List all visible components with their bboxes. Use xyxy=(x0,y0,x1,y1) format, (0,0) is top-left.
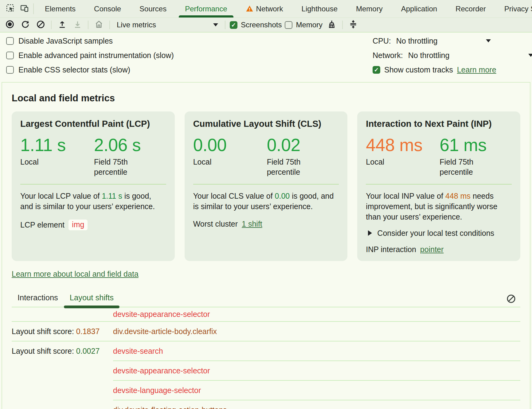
footer-label: LCP element xyxy=(20,220,65,229)
live-metrics-dropdown[interactable]: Live metrics xyxy=(114,21,221,29)
score-value: 0.1837 xyxy=(76,327,100,336)
metric-value: 448 ms xyxy=(366,135,440,155)
live-metrics-label: Live metrics xyxy=(117,21,156,29)
tab-recorder[interactable]: Recorder xyxy=(446,0,495,18)
log-tab-bar: Interactions Layout shifts xyxy=(12,293,520,307)
tab-interactions[interactable]: Interactions xyxy=(12,293,64,307)
inp-interaction-link[interactable]: pointer xyxy=(420,245,444,254)
score-value: 0.0027 xyxy=(76,347,100,355)
advanced-paint-checkbox-row[interactable]: Enable advanced paint instrumentation (s… xyxy=(6,50,174,60)
lcp-element-link[interactable]: img xyxy=(68,220,88,230)
clear-log-button[interactable] xyxy=(506,294,516,304)
layout-shift-row: Layout shift score: 0.1837 div.devsite-a… xyxy=(12,322,520,341)
home-button[interactable] xyxy=(93,19,105,31)
shift-element-link[interactable]: devsite-language-selector xyxy=(113,386,520,395)
shift-element-link[interactable]: devsite-search xyxy=(113,347,520,356)
clear-button[interactable] xyxy=(34,19,47,31)
tab-layout-shifts[interactable]: Layout shifts xyxy=(64,293,119,307)
tab-privacy-sandbox[interactable]: Privacy Sandbox xyxy=(495,0,532,18)
memory-checkbox-row[interactable]: Memory xyxy=(285,21,323,29)
tab-performance[interactable]: Performance xyxy=(176,0,236,18)
network-value: No throttling xyxy=(408,51,450,60)
tab-lighthouse[interactable]: Lighthouse xyxy=(292,0,347,18)
shift-element-link[interactable]: div.devsite-article-body.clearfix xyxy=(113,327,520,336)
toolbar-divider xyxy=(33,3,34,14)
disclosure-label: Consider your local test conditions xyxy=(377,229,494,238)
devtools-window: Elements Console Sources Performance Net… xyxy=(0,0,532,409)
load-profile-button[interactable] xyxy=(56,19,68,31)
upload-icon xyxy=(58,20,67,30)
block-icon xyxy=(506,294,516,304)
checkbox-unchecked-icon xyxy=(6,52,14,59)
local-test-conditions-disclosure[interactable]: Consider your local test conditions xyxy=(368,229,512,238)
toolbar-divider xyxy=(109,21,110,29)
layout-shift-row: devsite-appearance-selector xyxy=(12,361,520,380)
tab-network[interactable]: Network xyxy=(237,0,292,18)
screenshots-checkbox-row[interactable]: ✓ Screenshots xyxy=(230,21,282,29)
show-custom-tracks-checkbox-row[interactable]: ✓ Show custom tracks Learn more xyxy=(373,65,532,75)
checkbox-unchecked-icon xyxy=(285,21,292,29)
tab-label: Elements xyxy=(45,5,76,13)
tab-sources[interactable]: Sources xyxy=(130,0,176,18)
learn-more-link[interactable]: Learn more xyxy=(457,65,496,74)
record-and-reload-button[interactable] xyxy=(19,19,31,31)
cpu-throttling-select[interactable]: CPU: No throttling xyxy=(373,36,532,46)
disable-js-samples-checkbox-row[interactable]: Disable JavaScript samples xyxy=(6,36,113,46)
desc-text: Your local CLS value of xyxy=(193,192,275,200)
learn-more-field-data-link[interactable]: Learn more about local and field data xyxy=(12,270,139,279)
tab-elements[interactable]: Elements xyxy=(36,0,85,18)
score-label: Layout shift score: xyxy=(12,327,76,336)
chevron-down-icon xyxy=(213,23,218,26)
save-profile-button[interactable] xyxy=(71,19,84,31)
checkbox-checked-icon: ✓ xyxy=(230,21,237,29)
toggle-device-toolbar-button[interactable] xyxy=(17,0,31,18)
network-throttling-select[interactable]: Network: No throttling xyxy=(373,50,532,60)
checkbox-label: Enable CSS selector stats (slow) xyxy=(18,65,130,74)
tab-label: Memory xyxy=(356,5,383,13)
card-title: Largest Contentful Paint (LCP) xyxy=(20,119,166,129)
cls-card: Cumulative Layout Shift (CLS) 0.00 Local… xyxy=(185,111,348,261)
collapse-panel-button[interactable] xyxy=(347,19,359,31)
collect-garbage-button[interactable] xyxy=(326,19,338,31)
tab-label: Application xyxy=(401,5,437,13)
shift-element-link[interactable]: devsite-appearance-selector xyxy=(113,366,520,375)
score-label: Layout shift score: xyxy=(12,347,76,355)
shift-element-link[interactable]: div.devsite-floating-action-buttons xyxy=(113,406,520,409)
tab-memory[interactable]: Memory xyxy=(347,0,392,18)
tab-label: Network xyxy=(256,5,283,13)
inspect-cursor-icon xyxy=(6,4,14,14)
record-icon xyxy=(5,20,14,30)
desc-text: Your local INP value of xyxy=(366,192,445,200)
record-button[interactable] xyxy=(4,19,16,31)
checkbox-unchecked-icon xyxy=(6,66,14,74)
cpu-value: No throttling xyxy=(396,37,438,45)
worst-cluster-row: Worst cluster 1 shift xyxy=(193,220,339,228)
lcp-local-metric: 1.11 s Local xyxy=(20,135,94,177)
desc-value: 1.11 s xyxy=(102,192,122,200)
css-selector-stats-checkbox-row[interactable]: Enable CSS selector stats (slow) xyxy=(6,65,130,75)
lcp-field-metric: 2.06 s Field 75th percentile xyxy=(94,135,166,177)
metric-label: Local xyxy=(20,157,69,167)
tab-label: Recorder xyxy=(456,5,486,13)
shift-score: Layout shift score: 0.1837 xyxy=(12,327,113,336)
inspect-element-button[interactable] xyxy=(3,0,17,18)
metric-value: 0.02 xyxy=(267,135,339,155)
shift-element-link[interactable]: devsite-appearance-selector xyxy=(113,310,520,319)
cls-local-metric: 0.00 Local xyxy=(193,135,267,177)
toolbar-divider xyxy=(342,21,343,29)
cpu-label: CPU: xyxy=(373,37,391,45)
desc-text: Your local LCP value of xyxy=(20,192,102,200)
disclosure-triangle-icon xyxy=(368,230,372,236)
layout-shift-row: Layout shift score: 0.0027 devsite-searc… xyxy=(12,341,520,360)
lcp-card: Largest Contentful Paint (LCP) 1.11 s Lo… xyxy=(12,111,175,261)
worst-cluster-link[interactable]: 1 shift xyxy=(242,220,262,228)
checkbox-label: Disable JavaScript samples xyxy=(18,37,113,45)
tab-application[interactable]: Application xyxy=(392,0,446,18)
throttling-settings: CPU: No throttling Network: No throttlin… xyxy=(373,33,532,82)
custom-tracks-label: Show custom tracks xyxy=(384,65,453,74)
inp-local-metric: 448 ms Local xyxy=(366,135,440,177)
lcp-element-row: LCP element img xyxy=(20,220,166,230)
tab-console[interactable]: Console xyxy=(85,0,130,18)
device-toolbar-icon xyxy=(20,4,29,14)
metric-value: 61 ms xyxy=(440,135,512,155)
